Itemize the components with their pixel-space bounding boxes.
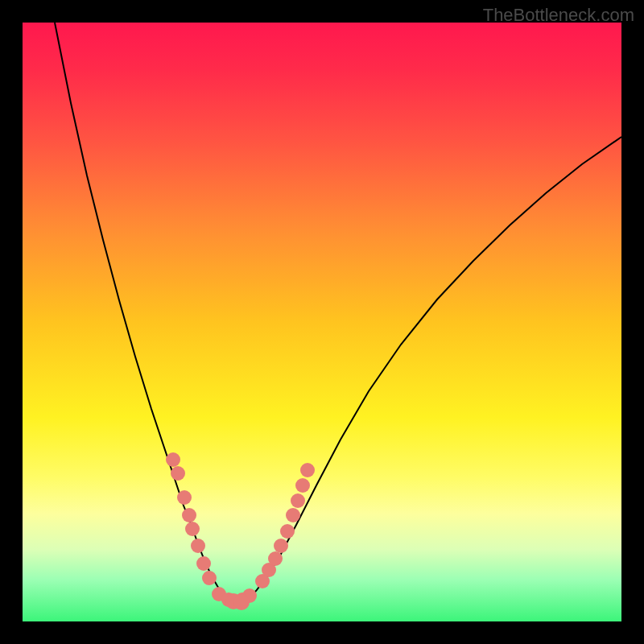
watermark-text: TheBottleneck.com — [483, 5, 634, 26]
bead — [166, 452, 180, 467]
bead — [286, 508, 300, 522]
chart-frame — [23, 23, 621, 621]
bead — [185, 522, 200, 536]
bead — [233, 594, 250, 610]
bead — [202, 571, 217, 585]
bead — [295, 478, 310, 493]
bead — [291, 493, 305, 508]
bead-cluster — [166, 452, 315, 610]
bead — [182, 508, 196, 522]
bead — [191, 539, 205, 553]
left-curve — [55, 23, 237, 602]
bead — [274, 539, 288, 553]
bead — [280, 524, 295, 539]
bead — [300, 463, 315, 477]
bead — [268, 551, 283, 566]
bead — [171, 466, 185, 481]
bead — [196, 556, 211, 571]
chart-svg — [23, 23, 621, 621]
bead — [177, 490, 192, 505]
